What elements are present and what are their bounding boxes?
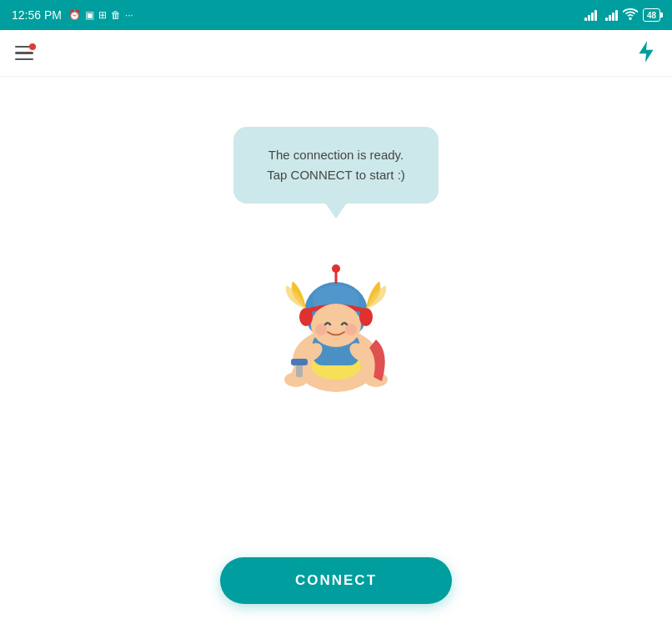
bar2b	[609, 15, 611, 21]
signal-bars-1	[584, 9, 597, 21]
bar1b	[605, 18, 608, 21]
menu-line-3	[15, 58, 33, 61]
app-header	[0, 30, 672, 77]
wifi-icon	[623, 8, 638, 23]
svg-point-22	[359, 308, 373, 326]
status-bar: 12:56 PM ⏰ ▣ ⊞ 🗑 ··· 48	[0, 0, 672, 30]
signal-bars-2	[605, 9, 618, 21]
bar1	[584, 18, 587, 21]
speech-bubble: The connection is ready. Tap CONNECT to …	[233, 127, 439, 204]
status-icons: ⏰ ▣ ⊞ 🗑 ···	[68, 9, 133, 21]
bubble-line1: The connection is ready.	[268, 148, 404, 162]
connect-area: CONNECT	[0, 394, 672, 634]
bubble-text: The connection is ready. Tap CONNECT to …	[267, 145, 405, 185]
svg-point-21	[299, 308, 313, 326]
cast-icon: ⊞	[98, 9, 107, 21]
battery-level: 48	[647, 11, 656, 20]
bar4b	[615, 10, 618, 21]
svg-point-25	[315, 324, 327, 335]
character-svg	[253, 235, 419, 394]
bar4	[594, 10, 597, 21]
status-bar-left: 12:56 PM ⏰ ▣ ⊞ 🗑 ···	[12, 8, 133, 22]
svg-point-24	[332, 264, 340, 273]
dots-icon: ···	[125, 9, 133, 21]
svg-point-26	[345, 324, 357, 335]
battery-icon: 48	[643, 8, 660, 22]
bar3b	[612, 13, 614, 21]
bolt-icon[interactable]	[635, 39, 657, 68]
bar2	[588, 15, 590, 21]
status-bar-right: 48	[584, 8, 660, 23]
main-content: The connection is ready. Tap CONNECT to …	[0, 77, 672, 634]
notification-dot	[29, 43, 36, 50]
status-time: 12:56 PM	[12, 8, 62, 22]
menu-line-2	[15, 52, 33, 54]
alarm-icon: ⏰	[68, 9, 81, 21]
notification-icon: 🗑	[111, 9, 121, 21]
character-illustration	[253, 235, 419, 394]
bar3	[591, 13, 594, 21]
media-icon: ▣	[85, 9, 94, 21]
connect-button[interactable]: CONNECT	[220, 557, 452, 604]
svg-rect-15	[291, 359, 308, 365]
menu-button[interactable]	[15, 46, 33, 61]
bubble-line2: Tap CONNECT to start :)	[267, 168, 405, 182]
